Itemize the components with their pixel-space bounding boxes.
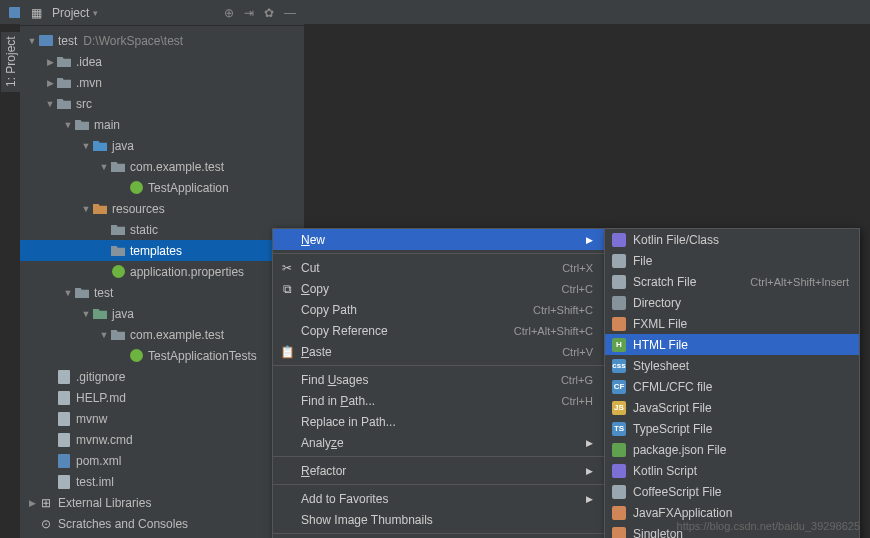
expand-arrow-icon[interactable]: ▶ — [44, 57, 56, 67]
expand-arrow-icon[interactable]: ▼ — [44, 99, 56, 109]
spring-icon — [128, 180, 144, 196]
submenu-label: Kotlin File/Class — [633, 233, 719, 247]
submenu-item[interactable]: HHTML File — [605, 334, 859, 355]
tree-label: com.example.test — [130, 160, 224, 174]
file-icon — [56, 411, 72, 427]
tree-row[interactable]: ▼com.example.test — [20, 156, 304, 177]
filetype-icon — [611, 484, 627, 500]
filetype-icon — [611, 442, 627, 458]
gear-icon[interactable]: ✿ — [264, 6, 274, 20]
submenu-label: package.json File — [633, 443, 726, 457]
tree-row[interactable]: ▼java — [20, 135, 304, 156]
tree-row[interactable]: HELP.md — [20, 387, 304, 408]
collapse-icon[interactable]: ⇥ — [244, 6, 254, 20]
filetype-icon: H — [611, 337, 627, 353]
tree-row[interactable]: application.properties — [20, 261, 304, 282]
expand-arrow-icon[interactable]: ▼ — [80, 204, 92, 214]
menu-item[interactable]: Find in Path...Ctrl+H — [273, 390, 605, 411]
tree-row[interactable]: ▶.mvn — [20, 72, 304, 93]
menu-item[interactable]: Find UsagesCtrl+G — [273, 369, 605, 390]
menu-item[interactable]: Show Image Thumbnails — [273, 509, 605, 530]
menu-label: New — [301, 233, 325, 247]
filetype-icon: CF — [611, 379, 627, 395]
tree-row[interactable]: mvnw — [20, 408, 304, 429]
submenu-item[interactable]: Kotlin Script — [605, 460, 859, 481]
project-dropdown-icon[interactable]: ▦ — [28, 5, 44, 21]
menu-item[interactable]: Copy PathCtrl+Shift+C — [273, 299, 605, 320]
expand-arrow-icon[interactable]: ▼ — [80, 309, 92, 319]
submenu-item[interactable]: File — [605, 250, 859, 271]
tree-row[interactable]: ▶.idea — [20, 51, 304, 72]
menu-shortcut: Ctrl+Shift+C — [533, 304, 593, 316]
new-submenu[interactable]: Kotlin File/ClassFileScratch FileCtrl+Al… — [604, 228, 860, 538]
tree-row[interactable]: pom.xml — [20, 450, 304, 471]
menu-label: Add to Favorites — [301, 492, 388, 506]
menu-item[interactable]: ⧉CopyCtrl+C — [273, 278, 605, 299]
submenu-item[interactable]: TSTypeScript File — [605, 418, 859, 439]
tree-row[interactable]: mvnw.cmd — [20, 429, 304, 450]
tree-row[interactable]: TestApplication — [20, 177, 304, 198]
tree-row[interactable]: ▼src — [20, 93, 304, 114]
menu-item[interactable]: 📋PasteCtrl+V — [273, 341, 605, 362]
folder-icon — [110, 159, 126, 175]
submenu-item[interactable]: FXML File — [605, 313, 859, 334]
menu-item[interactable]: Refactor▶ — [273, 460, 605, 481]
menu-shortcut: Ctrl+Alt+Shift+Insert — [750, 276, 849, 288]
submenu-item[interactable]: Scratch FileCtrl+Alt+Shift+Insert — [605, 271, 859, 292]
tree-row[interactable]: ▼testD:\WorkSpace\test — [20, 30, 304, 51]
menu-item[interactable]: Analyze▶ — [273, 432, 605, 453]
expand-arrow-icon[interactable]: ▼ — [98, 162, 110, 172]
menu-separator — [273, 533, 605, 534]
expand-arrow-icon[interactable]: ▼ — [26, 36, 38, 46]
submenu-label: Stylesheet — [633, 359, 689, 373]
expand-arrow-icon[interactable]: ▼ — [80, 141, 92, 151]
tree-row[interactable]: ▼main — [20, 114, 304, 135]
folder-icon — [110, 222, 126, 238]
tree-label: static — [130, 223, 158, 237]
menu-item[interactable]: New▶ — [273, 229, 605, 250]
tree-row[interactable]: ⊙Scratches and Consoles — [20, 513, 304, 534]
tree-row[interactable]: ▼java — [20, 303, 304, 324]
tree-row[interactable]: ▼com.example.test — [20, 324, 304, 345]
submenu-item[interactable]: cssStylesheet — [605, 355, 859, 376]
locate-icon[interactable]: ⊕ — [224, 6, 234, 20]
menu-shortcut: Ctrl+V — [562, 346, 593, 358]
project-tree[interactable]: ▼testD:\WorkSpace\test▶.idea▶.mvn▼src▼ma… — [20, 26, 304, 538]
submenu-item[interactable]: CFCFML/CFC file — [605, 376, 859, 397]
tree-label: HELP.md — [76, 391, 126, 405]
tree-row[interactable]: ▶⊞External Libraries — [20, 492, 304, 513]
expand-arrow-icon[interactable]: ▼ — [62, 288, 74, 298]
tree-row[interactable]: test.iml — [20, 471, 304, 492]
expand-arrow-icon[interactable]: ▼ — [62, 120, 74, 130]
project-title[interactable]: Project — [52, 6, 89, 20]
tree-row[interactable]: templates — [20, 240, 304, 261]
submenu-indicator-icon: ▶ — [586, 235, 593, 245]
submenu-label: FXML File — [633, 317, 687, 331]
menu-item[interactable]: Add to Favorites▶ — [273, 488, 605, 509]
tree-row[interactable]: TestApplicationTests — [20, 345, 304, 366]
tree-row[interactable]: ▼test — [20, 282, 304, 303]
expand-arrow-icon[interactable]: ▶ — [44, 78, 56, 88]
folder-icon — [56, 75, 72, 91]
submenu-item[interactable]: package.json File — [605, 439, 859, 460]
expand-arrow-icon[interactable]: ▼ — [98, 330, 110, 340]
menu-item[interactable]: Replace in Path... — [273, 411, 605, 432]
submenu-item[interactable]: CoffeeScript File — [605, 481, 859, 502]
tree-label: test — [94, 286, 113, 300]
submenu-item[interactable]: Kotlin File/Class — [605, 229, 859, 250]
menu-item[interactable]: ✂CutCtrl+X — [273, 257, 605, 278]
hide-icon[interactable]: — — [284, 6, 296, 20]
context-menu[interactable]: New▶✂CutCtrl+X⧉CopyCtrl+CCopy PathCtrl+S… — [272, 228, 606, 538]
expand-arrow-icon[interactable]: ▶ — [26, 498, 38, 508]
tree-row[interactable]: ▼resources — [20, 198, 304, 219]
project-tool-tab[interactable]: 1: Project — [0, 32, 20, 92]
submenu-item[interactable]: JSJavaScript File — [605, 397, 859, 418]
tree-row[interactable]: .gitignore — [20, 366, 304, 387]
menu-item[interactable]: Copy ReferenceCtrl+Alt+Shift+C — [273, 320, 605, 341]
tree-label: main — [94, 118, 120, 132]
submenu-item[interactable]: Directory — [605, 292, 859, 313]
submenu-label: JavaFXApplication — [633, 506, 732, 520]
tree-row[interactable]: static — [20, 219, 304, 240]
menu-label: Find in Path... — [301, 394, 375, 408]
tree-label: .gitignore — [76, 370, 125, 384]
